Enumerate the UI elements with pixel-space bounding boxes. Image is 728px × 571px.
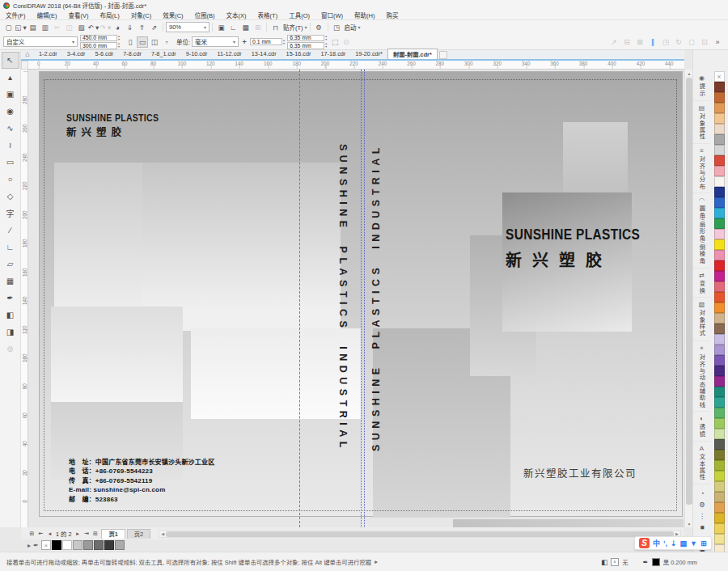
document-color-swatch[interactable] — [52, 540, 61, 550]
search-content-button[interactable]: ◕ — [112, 22, 124, 32]
document-tab[interactable]: 15-16.cdr — [281, 49, 316, 59]
palette-swatch[interactable] — [714, 376, 725, 387]
docker-tab-object-properties[interactable]: ▤ 对象属性 — [693, 101, 710, 144]
current-page-button[interactable]: ▫ — [161, 36, 172, 48]
width-stepper[interactable]: ▴▾ — [118, 35, 120, 41]
save-button[interactable]: ▤ — [27, 22, 39, 32]
ruler-origin-box[interactable] — [21, 61, 28, 70]
treat-as-filled-toggle[interactable]: ⬚ — [329, 36, 341, 48]
vertical-scroll-thumb[interactable] — [686, 78, 692, 505]
smart-fill-tool[interactable]: ◨ — [2, 324, 19, 340]
design-rectangle[interactable] — [453, 519, 684, 527]
document-tab[interactable]: 5-6.cdr — [90, 49, 118, 59]
artistic-media-tool[interactable]: ≀ — [2, 137, 19, 154]
palette-swatch[interactable] — [714, 208, 725, 218]
menu-item[interactable]: 位图(B) — [189, 11, 221, 19]
palette-swatch[interactable] — [714, 187, 725, 197]
palette-swatch[interactable] — [714, 92, 725, 103]
palette-swatch[interactable] — [714, 218, 725, 229]
fullscreen-preview-button[interactable]: ▣ — [215, 22, 227, 32]
dimension-tool[interactable]: ∕ — [2, 222, 19, 239]
show-rulers-button[interactable]: ∟ — [227, 22, 239, 32]
document-color-swatch[interactable] — [115, 540, 125, 550]
menu-item[interactable]: 购买 — [381, 11, 404, 19]
palette-swatch[interactable] — [714, 239, 725, 250]
palette-swatch[interactable] — [714, 197, 725, 208]
add-page-end-button[interactable]: ⊞ — [91, 529, 99, 538]
menu-item[interactable]: 窗口(W) — [315, 11, 349, 19]
status-more-icon[interactable]: ▸ — [375, 558, 378, 565]
new-tab-button[interactable] — [439, 51, 447, 59]
pick-tool[interactable]: ↖ — [2, 52, 19, 69]
palette-swatch[interactable] — [714, 418, 725, 429]
prop-extra-icon[interactable]: ⊡ — [699, 36, 710, 48]
first-page-button[interactable]: ⇤ — [36, 529, 45, 538]
palette-swatch[interactable] — [714, 387, 725, 397]
document-tab[interactable]: 11-12.cdr — [212, 49, 246, 59]
publish-pdf-button[interactable]: ⇗ — [148, 22, 160, 32]
prev-page-button[interactable]: ◂ — [45, 529, 54, 538]
rectangle-tool[interactable]: ▭ — [2, 154, 19, 171]
document-color-swatch[interactable] — [94, 540, 104, 550]
docker-tab-hints[interactable]: ◉ 提示 — [693, 71, 710, 101]
export-button[interactable]: ⇑ — [136, 22, 148, 32]
palette-swatch[interactable] — [714, 166, 725, 176]
palette-swatch[interactable] — [714, 513, 725, 523]
design-rectangle[interactable] — [142, 163, 341, 331]
spine-text-right[interactable]: SUNSHINE PLASTICS INDUSTRIAL — [370, 95, 387, 501]
back-cover-logo[interactable]: SUNSHINE PLASTICS 新兴塑胶 — [66, 112, 159, 139]
page-tab[interactable]: 页2 — [127, 529, 150, 539]
palette-swatch[interactable] — [714, 292, 725, 302]
address-block[interactable]: 地 址：中国广东省东莞市长安镇沙头新沙工业区电 话：+86-0769-55442… — [69, 458, 214, 504]
prop-extra-icon[interactable]: ◳ — [660, 36, 671, 48]
palette-swatch[interactable] — [714, 408, 725, 418]
docker-tab-transform[interactable]: ⇄ 变换 — [693, 269, 710, 298]
design-rectangle[interactable] — [51, 307, 183, 402]
flyout-arrow-icon[interactable]: ▸ — [28, 542, 31, 549]
palette-swatch[interactable] — [714, 103, 725, 113]
prop-extra-icon[interactable]: ◻ — [686, 36, 697, 48]
palette-swatch[interactable] — [714, 460, 725, 471]
palette-swatch[interactable] — [714, 324, 725, 334]
freehand-tool[interactable]: ∿ — [2, 120, 19, 137]
guideline[interactable] — [361, 70, 362, 527]
menu-item[interactable]: 文本(X) — [221, 11, 252, 19]
palette-swatch[interactable] — [714, 229, 725, 239]
palette-swatch[interactable] — [714, 397, 725, 408]
ime-punctuation-icon[interactable]: ’, — [663, 539, 667, 548]
palette-swatch[interactable] — [714, 355, 725, 366]
duplicate-x-stepper[interactable]: ▴▾ — [325, 35, 327, 41]
nudge-stepper[interactable]: ▴▾ — [283, 39, 285, 45]
open-button[interactable]: ◱ ▾ — [15, 22, 27, 32]
options-gear-icon[interactable]: ⚙ — [699, 501, 705, 509]
print-button[interactable]: ▥ — [39, 22, 51, 32]
palette-swatch[interactable] — [714, 534, 725, 544]
menu-item[interactable]: 查看(V) — [63, 11, 95, 19]
document-color-swatch[interactable] — [73, 540, 83, 550]
home-tab-button[interactable]: ⌂ — [21, 49, 34, 59]
all-pages-button[interactable]: ◫ — [149, 36, 160, 48]
palette-swatch[interactable] — [714, 313, 725, 324]
ime-keyboard-icon[interactable]: ▤ — [680, 539, 688, 548]
prop-overflow-button[interactable]: » — [712, 36, 723, 48]
palette-swatch[interactable] — [714, 271, 725, 281]
last-page-button[interactable]: ⇥ — [82, 529, 91, 538]
menu-item[interactable]: 编辑(E) — [32, 11, 63, 19]
menu-item[interactable]: 对象(C) — [125, 11, 157, 19]
page-width-field[interactable]: 450.0 mm — [80, 35, 117, 42]
ime-language-icon[interactable]: 中 — [653, 538, 660, 548]
interactive-fill-tool[interactable]: ◧ — [2, 307, 19, 324]
sogou-logo-icon[interactable]: S — [639, 538, 650, 548]
import-button[interactable]: ⇓ — [124, 22, 136, 32]
zoom-level-combo[interactable]: 90% ▾ — [166, 22, 210, 32]
palette-swatch[interactable] — [714, 450, 725, 460]
palette-swatch[interactable] — [714, 134, 725, 145]
scroll-left-icon[interactable]: ◀ — [159, 531, 166, 536]
palette-swatch[interactable] — [714, 250, 725, 260]
docker-tab-align-distribute[interactable]: ≡ 对齐与分布 — [693, 144, 710, 194]
transparency-tool[interactable]: ▦ — [2, 273, 19, 290]
units-combo[interactable]: 毫米 ▾ — [192, 36, 239, 47]
snap-magnet-icon[interactable]: ⊓ — [269, 22, 281, 32]
crop-tool[interactable]: ▣ — [2, 86, 19, 103]
next-page-button[interactable]: ▸ — [73, 529, 82, 538]
